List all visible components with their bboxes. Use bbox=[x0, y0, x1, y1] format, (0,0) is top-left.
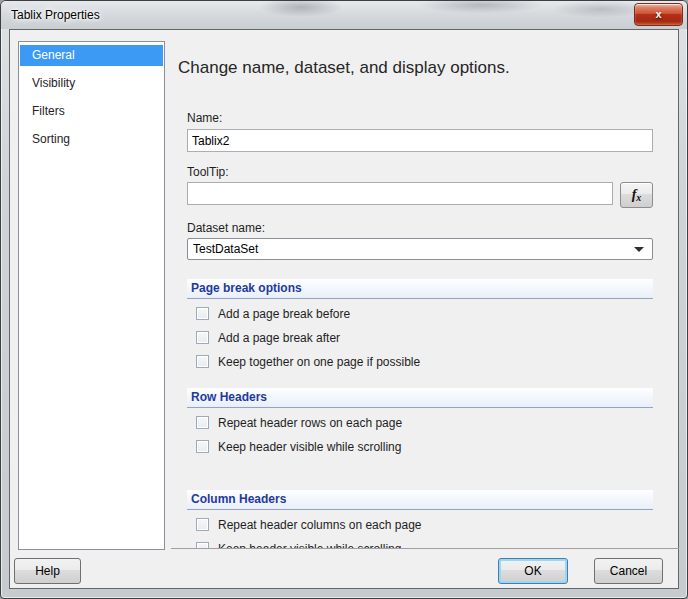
checkbox-add-page-break-before[interactable] bbox=[196, 307, 209, 320]
dialog-client-area: General Visibility Filters Sorting Chang… bbox=[9, 29, 679, 589]
checkbox-repeat-header-rows[interactable] bbox=[196, 416, 209, 429]
ok-button[interactable]: OK bbox=[498, 558, 568, 584]
checkbox-label[interactable]: Repeat header rows on each page bbox=[218, 416, 402, 430]
chevron-down-icon[interactable] bbox=[634, 247, 644, 252]
checkbox-keep-together-one-page[interactable] bbox=[196, 355, 209, 368]
expression-fx-button[interactable]: fx bbox=[620, 182, 653, 208]
sidebar-category-list: General Visibility Filters Sorting bbox=[18, 41, 165, 550]
checkbox-label[interactable]: Keep header visible while scrolling bbox=[218, 542, 401, 550]
section-header-page-break-options: Page break options bbox=[187, 279, 653, 299]
name-input[interactable] bbox=[187, 129, 653, 152]
close-icon[interactable]: x bbox=[634, 3, 683, 26]
dataset-name-label: Dataset name: bbox=[187, 221, 653, 235]
dataset-selected-value: TestDataSet bbox=[193, 242, 258, 256]
name-label: Name: bbox=[187, 111, 653, 125]
option-row: Keep together on one page if possible bbox=[187, 354, 653, 369]
checkbox-keep-column-header-visible[interactable] bbox=[196, 542, 209, 549]
tablix-properties-dialog: Tablix Properties x General Visibility F… bbox=[0, 0, 688, 599]
tooltip-label: ToolTip: bbox=[187, 165, 653, 179]
tooltip-row: fx bbox=[187, 182, 653, 208]
cancel-button[interactable]: Cancel bbox=[594, 558, 663, 584]
checkbox-keep-row-header-visible[interactable] bbox=[196, 440, 209, 453]
page-title: Change name, dataset, and display option… bbox=[178, 57, 653, 79]
sidebar-item-general[interactable]: General bbox=[20, 45, 163, 66]
option-row: Add a page break before bbox=[187, 306, 653, 321]
checkbox-label[interactable]: Add a page break after bbox=[218, 331, 340, 345]
checkbox-label[interactable]: Add a page break before bbox=[218, 307, 350, 321]
checkbox-repeat-header-columns[interactable] bbox=[196, 518, 209, 531]
sidebar-item-sorting[interactable]: Sorting bbox=[20, 129, 163, 150]
tooltip-input[interactable] bbox=[187, 182, 613, 205]
option-row: Repeat header columns on each page bbox=[187, 517, 653, 532]
option-row: Add a page break after bbox=[187, 330, 653, 345]
checkbox-label[interactable]: Keep header visible while scrolling bbox=[218, 440, 401, 454]
option-row: Keep header visible while scrolling bbox=[187, 439, 653, 454]
section-header-column-headers: Column Headers bbox=[187, 490, 653, 510]
checkbox-add-page-break-after[interactable] bbox=[196, 331, 209, 344]
sidebar-item-filters[interactable]: Filters bbox=[20, 101, 163, 122]
option-row: Keep header visible while scrolling bbox=[187, 541, 653, 549]
sidebar-item-visibility[interactable]: Visibility bbox=[20, 73, 163, 94]
help-button[interactable]: Help bbox=[14, 558, 81, 584]
dataset-name-select[interactable]: TestDataSet bbox=[187, 238, 653, 260]
window-title: Tablix Properties bbox=[11, 8, 100, 22]
checkbox-label[interactable]: Repeat header columns on each page bbox=[218, 518, 421, 532]
checkbox-label[interactable]: Keep together on one page if possible bbox=[218, 355, 420, 369]
general-page-panel: Change name, dataset, and display option… bbox=[171, 31, 679, 549]
option-row: Repeat header rows on each page bbox=[187, 415, 653, 430]
title-bar[interactable]: Tablix Properties x bbox=[1, 1, 687, 29]
section-header-row-headers: Row Headers bbox=[187, 388, 653, 408]
